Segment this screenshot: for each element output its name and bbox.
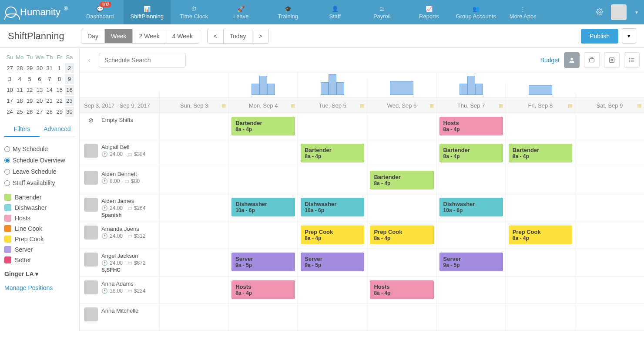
day-header[interactable]: Mon, Sep 4▦ (228, 98, 298, 113)
shift-block[interactable]: Dishwasher10a - 6p (231, 198, 295, 216)
range-2-week[interactable]: 2 Week (133, 29, 166, 43)
minical-day[interactable]: 31 (45, 63, 54, 73)
range-day[interactable]: Day (81, 29, 105, 43)
employee-cell[interactable]: Amanda Joens🕐 24.00 ▭ $312 (80, 222, 159, 249)
tab-advanced[interactable]: Advanced (40, 122, 75, 137)
minical-day[interactable]: 6 (35, 74, 44, 84)
day-cell[interactable] (367, 140, 436, 167)
shift-block[interactable]: Bartender8a - 4p (301, 144, 364, 162)
nav-group-accounts[interactable]: 👥Group Accounts (453, 0, 500, 24)
nav-reports[interactable]: 📈Reports (406, 0, 453, 24)
nav-staff[interactable]: 👤Staff (312, 0, 359, 24)
day-cell[interactable] (367, 194, 436, 222)
view-compact-button[interactable] (604, 52, 620, 68)
day-cell[interactable]: Dishwasher10a - 6p (298, 194, 367, 222)
day-cell[interactable]: Bartender8a - 4p (436, 140, 506, 167)
minical-day[interactable]: 21 (45, 96, 54, 106)
day-cell[interactable] (298, 113, 367, 140)
day-cell[interactable]: Prep Cook8a - 4p (367, 222, 436, 249)
position-filter-setter[interactable]: Setter (4, 255, 75, 265)
position-filter-server[interactable]: Server (4, 244, 75, 255)
today-button[interactable]: Today (224, 29, 252, 43)
minical-day[interactable]: 4 (15, 74, 24, 84)
day-header[interactable]: Fri, Sep 8▦ (506, 98, 575, 113)
day-cell[interactable] (575, 140, 644, 167)
nav-training[interactable]: 🎓Training (265, 0, 312, 24)
day-cell[interactable] (228, 167, 298, 194)
employee-cell[interactable]: Anna Adams🕐 16.00 ▭ $224 (80, 277, 159, 304)
day-cell[interactable] (575, 194, 644, 222)
day-cell[interactable]: Bartender8a - 4p (298, 140, 367, 167)
budget-link[interactable]: Budget (540, 57, 560, 64)
minical-day[interactable]: 24 (5, 107, 14, 117)
day-cell[interactable] (228, 140, 298, 167)
day-header[interactable]: Sun, Sep 3▦ (159, 98, 228, 113)
publish-button[interactable]: Publish (581, 29, 618, 44)
day-cell[interactable] (159, 277, 228, 304)
shift-block[interactable]: Bartender8a - 4p (509, 144, 572, 162)
view-position-button[interactable] (584, 52, 600, 68)
day-cell[interactable] (506, 167, 575, 194)
minical-day[interactable]: 15 (55, 85, 64, 95)
nav-payroll[interactable]: 🗂Payroll (359, 0, 406, 24)
minical-day[interactable]: 30 (65, 107, 74, 117)
nav-time-clock[interactable]: ⏱Time Clock (171, 0, 218, 24)
day-cell[interactable]: Prep Cook8a - 4p (298, 222, 367, 249)
day-cell[interactable] (575, 277, 644, 304)
range-4-week[interactable]: 4 Week (166, 29, 199, 43)
day-cell[interactable]: Server9a - 5p (298, 249, 367, 277)
user-menu-caret-icon[interactable]: ▼ (634, 10, 639, 15)
minical-day[interactable]: 16 (65, 85, 74, 95)
employee-cell[interactable]: Angel Jackson🕐 24.00 ▭ $672S,SFHC (80, 249, 159, 277)
day-cell[interactable] (506, 194, 575, 222)
shift-block[interactable]: Prep Cook8a - 4p (509, 226, 572, 244)
view-list-button[interactable] (624, 52, 640, 68)
minical-day[interactable]: 22 (55, 96, 64, 106)
shift-block[interactable]: Server9a - 5p (439, 253, 503, 271)
user-avatar[interactable] (611, 4, 627, 20)
day-cell[interactable] (575, 249, 644, 277)
shift-block[interactable]: Hosts8a - 4p (370, 280, 433, 299)
settings-icon[interactable] (596, 8, 603, 17)
day-cell[interactable]: Dishwasher10a - 6p (436, 194, 506, 222)
shift-block[interactable]: Server9a - 5p (231, 253, 295, 271)
publish-caret-button[interactable]: ▾ (622, 28, 636, 44)
view-my-schedule[interactable]: My Schedule (4, 143, 75, 155)
minical-day[interactable]: 19 (25, 96, 34, 106)
day-cell[interactable] (506, 277, 575, 304)
minical-day[interactable]: 23 (65, 96, 74, 106)
employee-cell[interactable]: Aiden Bennett🕐 8.00 ▭ $80 (80, 167, 159, 194)
employee-cell[interactable]: Abigail Bell🕐 24.00 ▭ $384 (80, 140, 159, 167)
shift-block[interactable]: Prep Cook8a - 4p (370, 226, 433, 244)
collapse-sidebar-icon[interactable]: ‹ (84, 55, 94, 65)
day-cell[interactable]: Bartender8a - 4p (506, 140, 575, 167)
minical-day[interactable]: 29 (25, 63, 34, 73)
nav-shiftplanning[interactable]: 📊ShiftPlanning (124, 0, 171, 24)
day-cell[interactable] (575, 222, 644, 249)
minical-day[interactable]: 3 (5, 74, 14, 84)
day-cell[interactable] (506, 249, 575, 277)
minical-day[interactable]: 27 (35, 107, 44, 117)
nav-more-apps[interactable]: ⋮More Apps (500, 0, 547, 24)
minical-day[interactable]: 9 (65, 74, 74, 84)
minical-day[interactable]: 30 (35, 63, 44, 73)
mini-calendar[interactable]: SuMoTuWeThFrSa 2728293031123456789101112… (4, 51, 75, 118)
minical-day[interactable]: 18 (15, 96, 24, 106)
view-schedule-overview[interactable]: Schedule Overview (4, 155, 75, 166)
note-icon[interactable]: ▦ (637, 103, 641, 108)
day-cell[interactable]: Bartender8a - 4p (228, 113, 298, 140)
location-dropdown[interactable]: Ginger LA ▾ (4, 270, 75, 277)
day-cell[interactable] (298, 167, 367, 194)
position-filter-bartender[interactable]: Bartender (4, 192, 75, 202)
tab-filters[interactable]: Filters (4, 122, 40, 137)
day-cell[interactable] (367, 304, 436, 331)
note-icon[interactable]: ▦ (568, 103, 572, 108)
minical-day[interactable]: 28 (15, 63, 24, 73)
shift-block[interactable]: Dishwasher10a - 6p (439, 198, 503, 216)
day-cell[interactable]: Server9a - 5p (228, 249, 298, 277)
view-leave-schedule[interactable]: Leave Schedule (4, 166, 75, 177)
day-cell[interactable] (436, 222, 506, 249)
day-cell[interactable] (436, 304, 506, 331)
day-cell[interactable] (159, 304, 228, 331)
employee-cell[interactable]: Aiden James🕐 24.00 ▭ $264Spanish (80, 194, 159, 222)
